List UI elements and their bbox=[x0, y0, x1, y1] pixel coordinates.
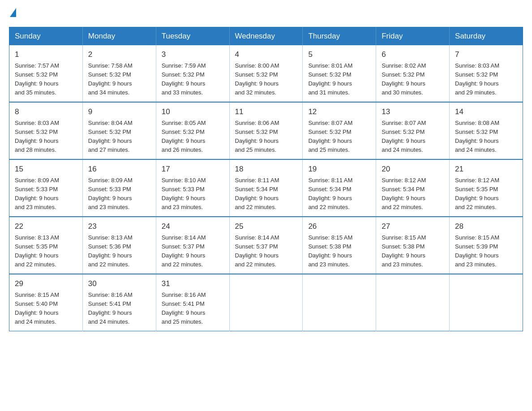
calendar-cell bbox=[376, 274, 450, 331]
calendar-cell: 27 Sunrise: 8:15 AM Sunset: 5:38 PM Dayl… bbox=[376, 217, 450, 274]
day-number: 22 bbox=[15, 221, 77, 232]
day-number: 1 bbox=[15, 49, 77, 60]
day-number: 30 bbox=[88, 278, 150, 290]
calendar-cell: 4 Sunrise: 8:00 AM Sunset: 5:32 PM Dayli… bbox=[229, 45, 303, 102]
column-header-thursday: Thursday bbox=[303, 27, 376, 46]
day-number: 6 bbox=[382, 49, 444, 60]
day-info: Sunrise: 7:58 AM Sunset: 5:32 PM Dayligh… bbox=[88, 61, 150, 98]
day-number: 7 bbox=[455, 49, 517, 60]
day-info: Sunrise: 8:00 AM Sunset: 5:32 PM Dayligh… bbox=[235, 61, 297, 98]
day-number: 2 bbox=[88, 49, 150, 60]
calendar-cell: 24 Sunrise: 8:14 AM Sunset: 5:37 PM Dayl… bbox=[156, 217, 229, 274]
day-number: 14 bbox=[455, 106, 517, 118]
day-number: 9 bbox=[88, 106, 150, 118]
calendar-cell: 1 Sunrise: 7:57 AM Sunset: 5:32 PM Dayli… bbox=[9, 45, 83, 102]
calendar-cell: 19 Sunrise: 8:11 AM Sunset: 5:34 PM Dayl… bbox=[303, 159, 376, 217]
calendar-cell: 13 Sunrise: 8:07 AM Sunset: 5:32 PM Dayl… bbox=[376, 102, 450, 159]
calendar-cell: 9 Sunrise: 8:04 AM Sunset: 5:32 PM Dayli… bbox=[82, 102, 156, 159]
calendar-cell: 10 Sunrise: 8:05 AM Sunset: 5:32 PM Dayl… bbox=[156, 102, 229, 159]
calendar-week-3: 15 Sunrise: 8:09 AM Sunset: 5:33 PM Dayl… bbox=[9, 159, 523, 217]
calendar-cell: 20 Sunrise: 8:12 AM Sunset: 5:34 PM Dayl… bbox=[376, 159, 450, 217]
day-info: Sunrise: 8:11 AM Sunset: 5:34 PM Dayligh… bbox=[308, 176, 370, 212]
day-info: Sunrise: 8:15 AM Sunset: 5:38 PM Dayligh… bbox=[308, 233, 370, 270]
calendar-week-1: 1 Sunrise: 7:57 AM Sunset: 5:32 PM Dayli… bbox=[9, 45, 523, 102]
day-info: Sunrise: 8:15 AM Sunset: 5:39 PM Dayligh… bbox=[455, 233, 517, 270]
logo bbox=[9, 9, 17, 18]
day-info: Sunrise: 8:16 AM Sunset: 5:41 PM Dayligh… bbox=[162, 291, 224, 327]
day-info: Sunrise: 8:15 AM Sunset: 5:40 PM Dayligh… bbox=[15, 291, 77, 327]
day-number: 26 bbox=[308, 221, 370, 232]
day-info: Sunrise: 8:07 AM Sunset: 5:32 PM Dayligh… bbox=[382, 119, 444, 155]
calendar-cell: 11 Sunrise: 8:06 AM Sunset: 5:32 PM Dayl… bbox=[229, 102, 303, 159]
day-info: Sunrise: 8:03 AM Sunset: 5:32 PM Dayligh… bbox=[455, 61, 517, 98]
calendar-cell: 6 Sunrise: 8:02 AM Sunset: 5:32 PM Dayli… bbox=[376, 45, 450, 102]
day-number: 16 bbox=[88, 163, 150, 175]
day-number: 5 bbox=[308, 49, 370, 60]
day-number: 3 bbox=[162, 49, 224, 60]
column-header-monday: Monday bbox=[82, 27, 156, 46]
day-number: 24 bbox=[162, 221, 224, 232]
day-info: Sunrise: 8:12 AM Sunset: 5:35 PM Dayligh… bbox=[455, 176, 517, 212]
day-number: 21 bbox=[455, 163, 517, 175]
calendar-table: SundayMondayTuesdayWednesdayThursdayFrid… bbox=[9, 27, 523, 331]
day-info: Sunrise: 8:05 AM Sunset: 5:32 PM Dayligh… bbox=[162, 119, 224, 155]
calendar-cell bbox=[303, 274, 376, 331]
day-info: Sunrise: 8:01 AM Sunset: 5:32 PM Dayligh… bbox=[308, 61, 370, 98]
day-number: 11 bbox=[235, 106, 297, 118]
day-number: 12 bbox=[308, 106, 370, 118]
day-number: 23 bbox=[88, 221, 150, 232]
logo-text bbox=[9, 9, 17, 18]
calendar-cell: 3 Sunrise: 7:59 AM Sunset: 5:32 PM Dayli… bbox=[156, 45, 229, 102]
calendar-cell bbox=[229, 274, 303, 331]
calendar-cell: 12 Sunrise: 8:07 AM Sunset: 5:32 PM Dayl… bbox=[303, 102, 376, 159]
day-info: Sunrise: 8:16 AM Sunset: 5:41 PM Dayligh… bbox=[88, 291, 150, 327]
calendar-cell: 25 Sunrise: 8:14 AM Sunset: 5:37 PM Dayl… bbox=[229, 217, 303, 274]
day-info: Sunrise: 8:14 AM Sunset: 5:37 PM Dayligh… bbox=[162, 233, 224, 270]
calendar-cell: 29 Sunrise: 8:15 AM Sunset: 5:40 PM Dayl… bbox=[9, 274, 83, 331]
day-info: Sunrise: 8:04 AM Sunset: 5:32 PM Dayligh… bbox=[88, 119, 150, 155]
logo-triangle-icon bbox=[10, 8, 16, 17]
calendar-cell: 7 Sunrise: 8:03 AM Sunset: 5:32 PM Dayli… bbox=[450, 45, 523, 102]
calendar-week-5: 29 Sunrise: 8:15 AM Sunset: 5:40 PM Dayl… bbox=[9, 274, 523, 331]
day-number: 10 bbox=[162, 106, 224, 118]
calendar-cell: 5 Sunrise: 8:01 AM Sunset: 5:32 PM Dayli… bbox=[303, 45, 376, 102]
column-header-sunday: Sunday bbox=[9, 27, 83, 46]
page-header bbox=[9, 9, 523, 18]
day-info: Sunrise: 8:11 AM Sunset: 5:34 PM Dayligh… bbox=[235, 176, 297, 212]
day-info: Sunrise: 8:10 AM Sunset: 5:33 PM Dayligh… bbox=[162, 176, 224, 212]
day-number: 20 bbox=[382, 163, 444, 175]
day-info: Sunrise: 8:09 AM Sunset: 5:33 PM Dayligh… bbox=[88, 176, 150, 212]
day-info: Sunrise: 7:57 AM Sunset: 5:32 PM Dayligh… bbox=[15, 61, 77, 98]
day-info: Sunrise: 8:02 AM Sunset: 5:32 PM Dayligh… bbox=[382, 61, 444, 98]
day-number: 25 bbox=[235, 221, 297, 232]
day-info: Sunrise: 8:13 AM Sunset: 5:35 PM Dayligh… bbox=[15, 233, 77, 270]
day-number: 8 bbox=[15, 106, 77, 118]
day-info: Sunrise: 7:59 AM Sunset: 5:32 PM Dayligh… bbox=[162, 61, 224, 98]
calendar-cell: 28 Sunrise: 8:15 AM Sunset: 5:39 PM Dayl… bbox=[450, 217, 523, 274]
calendar-week-2: 8 Sunrise: 8:03 AM Sunset: 5:32 PM Dayli… bbox=[9, 102, 523, 159]
day-number: 19 bbox=[308, 163, 370, 175]
day-number: 17 bbox=[162, 163, 224, 175]
calendar-cell: 2 Sunrise: 7:58 AM Sunset: 5:32 PM Dayli… bbox=[82, 45, 156, 102]
calendar-cell: 23 Sunrise: 8:13 AM Sunset: 5:36 PM Dayl… bbox=[82, 217, 156, 274]
day-number: 29 bbox=[15, 278, 77, 290]
calendar-cell: 16 Sunrise: 8:09 AM Sunset: 5:33 PM Dayl… bbox=[82, 159, 156, 217]
calendar-cell bbox=[450, 274, 523, 331]
calendar-cell: 15 Sunrise: 8:09 AM Sunset: 5:33 PM Dayl… bbox=[9, 159, 83, 217]
calendar-header-row: SundayMondayTuesdayWednesdayThursdayFrid… bbox=[9, 27, 523, 46]
day-info: Sunrise: 8:13 AM Sunset: 5:36 PM Dayligh… bbox=[88, 233, 150, 270]
day-number: 28 bbox=[455, 221, 517, 232]
day-info: Sunrise: 8:09 AM Sunset: 5:33 PM Dayligh… bbox=[15, 176, 77, 212]
day-info: Sunrise: 8:06 AM Sunset: 5:32 PM Dayligh… bbox=[235, 119, 297, 155]
calendar-cell: 14 Sunrise: 8:08 AM Sunset: 5:32 PM Dayl… bbox=[450, 102, 523, 159]
day-number: 15 bbox=[15, 163, 77, 175]
day-number: 18 bbox=[235, 163, 297, 175]
day-info: Sunrise: 8:07 AM Sunset: 5:32 PM Dayligh… bbox=[308, 119, 370, 155]
day-info: Sunrise: 8:12 AM Sunset: 5:34 PM Dayligh… bbox=[382, 176, 444, 212]
column-header-friday: Friday bbox=[376, 27, 450, 46]
column-header-wednesday: Wednesday bbox=[229, 27, 303, 46]
calendar-cell: 17 Sunrise: 8:10 AM Sunset: 5:33 PM Dayl… bbox=[156, 159, 229, 217]
calendar-cell: 8 Sunrise: 8:03 AM Sunset: 5:32 PM Dayli… bbox=[9, 102, 83, 159]
calendar-cell: 18 Sunrise: 8:11 AM Sunset: 5:34 PM Dayl… bbox=[229, 159, 303, 217]
day-info: Sunrise: 8:15 AM Sunset: 5:38 PM Dayligh… bbox=[382, 233, 444, 270]
